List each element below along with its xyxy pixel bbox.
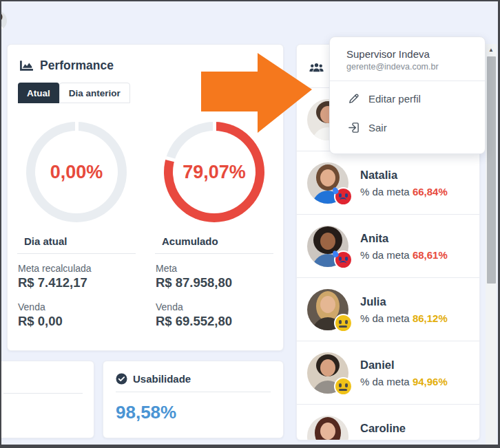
divider (17, 253, 136, 254)
logout-icon (348, 122, 360, 134)
seller-meta-value: 114,17% (413, 439, 452, 441)
seller-meta-value: 86,12% (413, 312, 448, 324)
donut-value: 0,00% (26, 122, 127, 222)
menu-item-label: Sair (368, 122, 387, 134)
user-avatar[interactable] (0, 10, 7, 31)
usability-card: Usabilidade 98,58% (103, 361, 284, 438)
mood-sad-icon (334, 187, 353, 206)
seller-row-caroline[interactable]: Caroline % da meta 114,17% (297, 405, 479, 440)
mood-neutral-icon (334, 314, 353, 332)
seller-meta-value: 66,84% (413, 186, 448, 198)
venda-label: Venda (156, 301, 273, 312)
menu-item-sair[interactable]: Sair (330, 116, 485, 139)
meta-value: R$ 87.958,80 (156, 275, 273, 290)
tab-dia-anterior[interactable]: Dia anterior (59, 83, 130, 103)
tab-atual[interactable]: Atual (18, 83, 59, 103)
performance-title: Performance (40, 58, 114, 73)
seller-meta: % da meta 86,12% (360, 312, 448, 324)
seller-meta: % da meta 66,84% (360, 186, 448, 198)
scrollbar-up-arrow-icon[interactable]: ▲ (486, 44, 497, 55)
seller-avatar (307, 352, 348, 394)
gauge-caption: Acumulado (155, 235, 273, 247)
mood-sad-icon (334, 250, 353, 269)
usability-title: Usabilidade (133, 373, 191, 385)
divider (330, 81, 485, 81)
seller-row-anita[interactable]: Anita % da meta 68,61% (297, 215, 479, 278)
seller-avatar (307, 226, 348, 267)
scrollbar[interactable]: ▲ (486, 44, 497, 445)
scrollbar-thumb[interactable] (487, 56, 496, 284)
seller-meta: % da meta 94,96% (360, 376, 448, 387)
pencil-icon (348, 93, 360, 105)
user-name: Supervisor Indeva (330, 37, 485, 60)
seller-avatar (307, 162, 348, 204)
menu-item-editar-perfil[interactable]: Editar perfil (330, 87, 485, 110)
annotation-arrow (201, 52, 313, 134)
user-avatar-photo (0, 10, 7, 31)
user-dropdown-menu: Supervisor Indeva gerente@indeva.com.br … (329, 36, 486, 154)
seller-name: Daniel (360, 359, 448, 372)
seller-meta-value: 94,96% (413, 376, 448, 387)
donut-chart-acumulado: 79,07% (164, 122, 264, 222)
donut-chart-dia-atual: 0,00% (26, 122, 127, 222)
seller-name: Anita (360, 232, 448, 245)
seller-avatar (307, 289, 348, 330)
usability-value: 98,58% (103, 392, 283, 423)
dashboard-window: { "user_menu": { "name": "Supervisor Ind… (0, 0, 500, 448)
venda-value: R$ 69.552,80 (156, 314, 273, 329)
meta-recalculada-value: R$ 7.412,17 (18, 275, 136, 290)
venda-label: Venda (18, 301, 136, 312)
seller-row-natalia[interactable]: Natalia % da meta 66,84% (297, 151, 479, 215)
seller-meta-value: 68,61% (413, 249, 448, 261)
venda-value: R$ 0,00 (18, 314, 136, 329)
gauge-column-acumulado: 79,07% Acumulado Meta R$ 87.958,80 Venda… (145, 103, 283, 340)
seller-meta: % da meta 68,61% (360, 249, 448, 261)
seller-meta: % da meta 114,17% (360, 439, 452, 441)
divider (3, 393, 83, 394)
gauge-caption: Dia atual (17, 235, 136, 247)
meta-label: Meta (156, 263, 273, 274)
seller-name: Natalia (360, 169, 448, 182)
meta-recalculada-label: Meta recalculada (18, 263, 136, 274)
seller-avatar (307, 416, 348, 441)
menu-item-label: Editar perfil (368, 93, 421, 105)
check-circle-icon (116, 373, 127, 385)
user-email: gerente@indeva.com.br (330, 60, 485, 72)
divider (155, 253, 273, 254)
gauge-column-dia-atual: 0,00% Dia atual Meta recalculada R$ 7.41… (8, 103, 145, 340)
mood-neutral-icon (334, 377, 353, 396)
seller-row-daniel[interactable]: Daniel % da meta 94,96% (297, 341, 479, 405)
seller-name: Julia (360, 295, 448, 308)
seller-name: Caroline (360, 422, 452, 435)
partial-card (0, 361, 94, 438)
area-chart-icon (19, 60, 34, 72)
donut-value: 79,07% (164, 122, 264, 222)
seller-row-julia[interactable]: Julia % da meta 86,12% (297, 278, 479, 341)
mood-happy-icon (334, 440, 353, 441)
